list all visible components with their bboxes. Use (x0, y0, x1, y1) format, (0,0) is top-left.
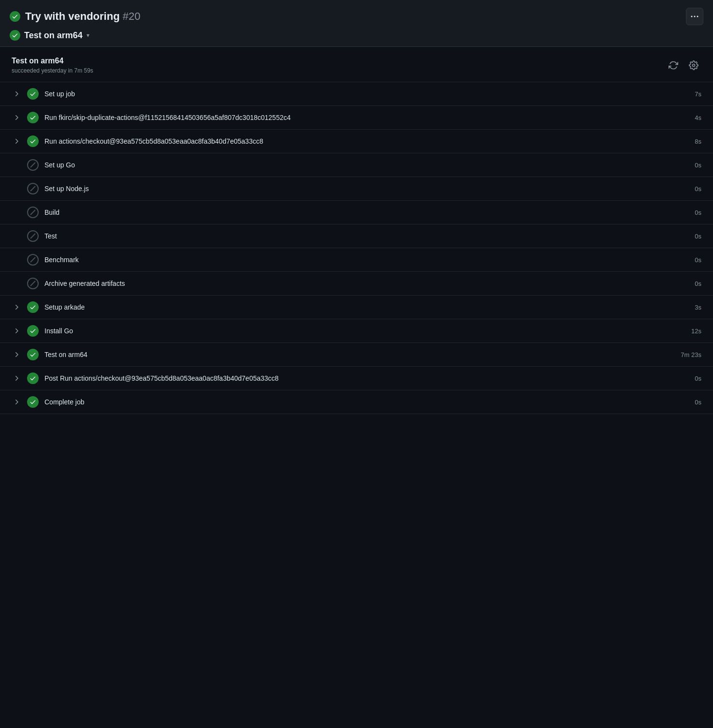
step-success-icon (27, 88, 39, 100)
refresh-button[interactable] (666, 58, 681, 73)
step-item: Set up Node.js0s (0, 177, 713, 201)
step-item[interactable]: Set up job7s (0, 82, 713, 106)
step-item[interactable]: Run fkirc/skip-duplicate-actions@f115215… (0, 106, 713, 130)
step-left: Archive generated artifacts (12, 278, 125, 289)
header-title-row: Try with vendoring #20 (10, 8, 703, 25)
job-dropdown-arrow[interactable]: ▾ (87, 32, 89, 39)
step-duration: 0s (695, 256, 701, 264)
job-name: Test on arm64 (24, 30, 83, 41)
step-item: Build0s (0, 201, 713, 224)
step-left: Complete job (12, 396, 85, 408)
run-title: Try with vendoring #20 (25, 10, 140, 23)
job-meta: succeeded yesterday in 7m 59s (12, 67, 93, 74)
step-item[interactable]: Setup arkade3s (0, 296, 713, 319)
step-name: Post Run actions/checkout@93ea575cb5d8a0… (44, 374, 278, 382)
step-duration: 0s (695, 233, 701, 240)
step-skipped-icon (27, 159, 39, 171)
step-list: Set up job7sRun fkirc/skip-duplicate-act… (0, 82, 713, 414)
expand-chevron-icon[interactable] (12, 350, 21, 359)
step-item: Benchmark0s (0, 248, 713, 272)
step-duration: 12s (691, 327, 701, 335)
step-name: Complete job (44, 398, 85, 406)
step-name: Run actions/checkout@93ea575cb5d8a053eaa… (44, 137, 263, 145)
step-success-icon (27, 372, 39, 384)
settings-button[interactable] (686, 58, 701, 73)
step-duration: 7m 23s (681, 351, 701, 358)
step-left: Run actions/checkout@93ea575cb5d8a053eaa… (12, 135, 263, 147)
step-name: Test on arm64 (44, 351, 87, 358)
job-panel: Test on arm64 succeeded yesterday in 7m … (0, 47, 713, 414)
step-left: Set up job (12, 88, 75, 100)
step-success-icon (27, 301, 39, 313)
step-duration: 0s (695, 162, 701, 169)
step-left: Post Run actions/checkout@93ea575cb5d8a0… (12, 372, 278, 384)
step-left: Test on arm64 (12, 349, 87, 360)
step-duration: 0s (695, 185, 701, 193)
step-left: Build (12, 207, 59, 218)
step-name: Set up Node.js (44, 185, 89, 193)
step-item[interactable]: Install Go12s (0, 319, 713, 343)
step-skipped-icon (27, 183, 39, 194)
step-item[interactable]: Post Run actions/checkout@93ea575cb5d8a0… (0, 367, 713, 390)
step-left: Setup arkade (12, 301, 85, 313)
step-duration: 0s (695, 280, 701, 287)
step-left: Test (12, 230, 57, 242)
step-skipped-icon (27, 278, 39, 289)
main-content: Test on arm64 succeeded yesterday in 7m … (0, 47, 713, 414)
step-item[interactable]: Complete job0s (0, 390, 713, 414)
step-name: Archive generated artifacts (44, 280, 125, 287)
expand-chevron-icon[interactable] (12, 113, 21, 122)
job-title: Test on arm64 (12, 57, 93, 65)
svg-point-1 (694, 16, 696, 17)
job-status: succeeded (12, 67, 40, 74)
expand-chevron-icon[interactable] (12, 397, 21, 407)
step-name: Set up Go (44, 161, 75, 169)
job-header-info: Test on arm64 succeeded yesterday in 7m … (12, 57, 93, 74)
header-title-left: Try with vendoring #20 (10, 10, 140, 23)
expand-chevron-icon[interactable] (12, 373, 21, 383)
expand-chevron-icon[interactable] (12, 302, 21, 312)
step-left: Run fkirc/skip-duplicate-actions@f115215… (12, 112, 291, 123)
step-name: Setup arkade (44, 303, 85, 311)
step-name: Set up job (44, 90, 75, 98)
job-header: Test on arm64 succeeded yesterday in 7m … (0, 47, 713, 82)
step-success-icon (27, 325, 39, 337)
step-duration: 0s (695, 375, 701, 382)
step-duration: 7s (695, 90, 701, 98)
page-header: Try with vendoring #20 Test on arm64 ▾ (0, 0, 713, 47)
step-duration: 0s (695, 399, 701, 406)
job-subtitle-row: Test on arm64 ▾ (10, 30, 703, 41)
job-in: in (68, 67, 74, 74)
expand-chevron-icon[interactable] (12, 326, 21, 336)
step-success-icon (27, 349, 39, 360)
job-actions (666, 58, 701, 73)
job-duration: 7m 59s (74, 67, 93, 74)
step-name: Benchmark (44, 256, 79, 264)
step-duration: 4s (695, 114, 701, 121)
step-left: Set up Node.js (12, 183, 89, 194)
step-skipped-icon (27, 230, 39, 242)
more-options-button[interactable] (686, 8, 703, 25)
step-left: Benchmark (12, 254, 79, 266)
step-item[interactable]: Test on arm647m 23s (0, 343, 713, 367)
expand-chevron-icon[interactable] (12, 136, 21, 146)
step-name: Test (44, 232, 57, 240)
job-success-icon (10, 30, 20, 41)
step-left: Set up Go (12, 159, 75, 171)
step-duration: 8s (695, 138, 701, 145)
step-success-icon (27, 112, 39, 123)
step-skipped-icon (27, 254, 39, 266)
step-success-icon (27, 135, 39, 147)
svg-point-3 (693, 64, 695, 67)
step-item[interactable]: Run actions/checkout@93ea575cb5d8a053eaa… (0, 130, 713, 153)
step-success-icon (27, 396, 39, 408)
step-item: Set up Go0s (0, 153, 713, 177)
step-name: Install Go (44, 327, 73, 335)
step-skipped-icon (27, 207, 39, 218)
run-success-icon (10, 11, 20, 22)
step-item: Archive generated artifacts0s (0, 272, 713, 296)
step-left: Install Go (12, 325, 73, 337)
step-name: Run fkirc/skip-duplicate-actions@f115215… (44, 114, 291, 121)
job-time-ago-val: yesterday (41, 67, 66, 74)
expand-chevron-icon[interactable] (12, 89, 21, 99)
